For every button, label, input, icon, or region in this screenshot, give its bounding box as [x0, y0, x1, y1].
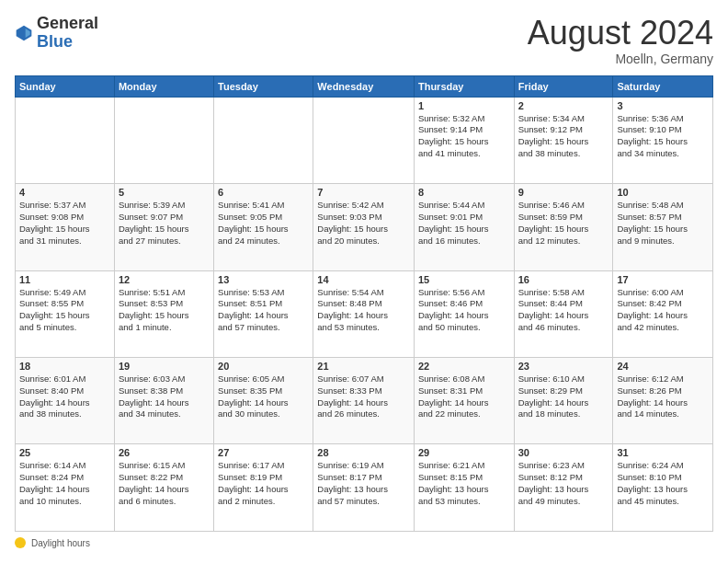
day-number: 15	[418, 274, 510, 285]
day-number: 11	[19, 274, 110, 285]
footer-label: Daylight hours	[31, 538, 90, 548]
header: General Blue August 2024 Moelln, Germany	[15, 15, 713, 66]
calendar-cell	[16, 97, 115, 183]
calendar-cell: 27Sunrise: 6:17 AM Sunset: 8:19 PM Dayli…	[214, 444, 313, 532]
day-number: 6	[218, 187, 309, 198]
calendar-cell: 18Sunrise: 6:01 AM Sunset: 8:40 PM Dayli…	[16, 358, 115, 444]
day-info: Sunrise: 5:41 AM Sunset: 9:05 PM Dayligh…	[218, 200, 309, 247]
day-info: Sunrise: 5:53 AM Sunset: 8:51 PM Dayligh…	[218, 287, 309, 334]
day-info: Sunrise: 6:24 AM Sunset: 8:10 PM Dayligh…	[617, 460, 709, 507]
calendar-cell: 8Sunrise: 5:44 AM Sunset: 9:01 PM Daylig…	[414, 184, 514, 270]
calendar-cell: 11Sunrise: 5:49 AM Sunset: 8:55 PM Dayli…	[16, 270, 115, 357]
day-number: 7	[317, 187, 410, 198]
calendar-row-0: 1Sunrise: 5:32 AM Sunset: 9:14 PM Daylig…	[16, 97, 713, 183]
day-number: 16	[518, 274, 609, 285]
day-info: Sunrise: 6:17 AM Sunset: 8:19 PM Dayligh…	[218, 460, 309, 507]
calendar-cell: 14Sunrise: 5:54 AM Sunset: 8:48 PM Dayli…	[313, 270, 415, 357]
calendar-cell: 20Sunrise: 6:05 AM Sunset: 8:35 PM Dayli…	[214, 358, 313, 444]
day-info: Sunrise: 6:00 AM Sunset: 8:42 PM Dayligh…	[617, 287, 709, 334]
day-info: Sunrise: 5:34 AM Sunset: 9:12 PM Dayligh…	[518, 113, 609, 160]
day-info: Sunrise: 5:36 AM Sunset: 9:10 PM Dayligh…	[617, 113, 709, 160]
calendar-cell: 29Sunrise: 6:21 AM Sunset: 8:15 PM Dayli…	[414, 444, 514, 532]
daylight-icon	[15, 537, 26, 548]
calendar-cell: 3Sunrise: 5:36 AM Sunset: 9:10 PM Daylig…	[613, 97, 713, 183]
weekday-header-wednesday: Wednesday	[313, 75, 415, 97]
day-number: 9	[518, 187, 609, 198]
day-number: 17	[617, 274, 709, 285]
calendar-cell: 5Sunrise: 5:39 AM Sunset: 9:07 PM Daylig…	[114, 184, 213, 270]
calendar-cell: 30Sunrise: 6:23 AM Sunset: 8:12 PM Dayli…	[514, 444, 613, 532]
title-block: August 2024 Moelln, Germany	[528, 15, 713, 66]
day-number: 2	[518, 100, 609, 111]
day-number: 19	[119, 361, 210, 372]
calendar-cell: 26Sunrise: 6:15 AM Sunset: 8:22 PM Dayli…	[114, 444, 213, 532]
calendar-cell: 6Sunrise: 5:41 AM Sunset: 9:05 PM Daylig…	[214, 184, 313, 270]
logo-text: General Blue	[37, 15, 98, 52]
footer: Daylight hours	[15, 537, 713, 548]
day-info: Sunrise: 5:39 AM Sunset: 9:07 PM Dayligh…	[119, 200, 210, 247]
calendar-row-2: 11Sunrise: 5:49 AM Sunset: 8:55 PM Dayli…	[16, 270, 713, 357]
day-info: Sunrise: 6:14 AM Sunset: 8:24 PM Dayligh…	[19, 460, 110, 507]
day-number: 10	[617, 187, 709, 198]
calendar-cell: 7Sunrise: 5:42 AM Sunset: 9:03 PM Daylig…	[313, 184, 415, 270]
day-info: Sunrise: 6:23 AM Sunset: 8:12 PM Dayligh…	[518, 460, 609, 507]
calendar-cell	[313, 97, 415, 183]
day-number: 24	[617, 361, 709, 372]
day-info: Sunrise: 6:08 AM Sunset: 8:31 PM Dayligh…	[418, 373, 510, 420]
calendar-cell: 28Sunrise: 6:19 AM Sunset: 8:17 PM Dayli…	[313, 444, 415, 532]
day-info: Sunrise: 5:58 AM Sunset: 8:44 PM Dayligh…	[518, 287, 609, 334]
day-number: 5	[119, 187, 210, 198]
day-info: Sunrise: 6:03 AM Sunset: 8:38 PM Dayligh…	[119, 373, 210, 420]
calendar-row-3: 18Sunrise: 6:01 AM Sunset: 8:40 PM Dayli…	[16, 358, 713, 444]
calendar-cell: 13Sunrise: 5:53 AM Sunset: 8:51 PM Dayli…	[214, 270, 313, 357]
calendar-cell	[214, 97, 313, 183]
logo-general-text: General	[37, 14, 98, 32]
calendar-cell: 9Sunrise: 5:46 AM Sunset: 8:59 PM Daylig…	[514, 184, 613, 270]
day-number: 13	[218, 274, 309, 285]
calendar-cell: 15Sunrise: 5:56 AM Sunset: 8:46 PM Dayli…	[414, 270, 514, 357]
day-number: 14	[317, 274, 410, 285]
day-number: 20	[218, 361, 309, 372]
calendar-table: SundayMondayTuesdayWednesdayThursdayFrid…	[15, 75, 713, 532]
location: Moelln, Germany	[528, 52, 713, 66]
weekday-header-tuesday: Tuesday	[214, 75, 313, 97]
calendar-cell	[114, 97, 213, 183]
day-number: 12	[119, 274, 210, 285]
day-number: 29	[418, 447, 510, 458]
day-number: 28	[317, 447, 410, 458]
weekday-header-row: SundayMondayTuesdayWednesdayThursdayFrid…	[16, 75, 713, 97]
day-info: Sunrise: 5:46 AM Sunset: 8:59 PM Dayligh…	[518, 200, 609, 247]
calendar-cell: 24Sunrise: 6:12 AM Sunset: 8:26 PM Dayli…	[613, 358, 713, 444]
calendar-cell: 19Sunrise: 6:03 AM Sunset: 8:38 PM Dayli…	[114, 358, 213, 444]
calendar-cell: 25Sunrise: 6:14 AM Sunset: 8:24 PM Dayli…	[16, 444, 115, 532]
day-info: Sunrise: 6:07 AM Sunset: 8:33 PM Dayligh…	[317, 373, 410, 420]
month-title: August 2024	[528, 15, 713, 52]
weekday-header-monday: Monday	[114, 75, 213, 97]
logo-blue-text: Blue	[37, 32, 73, 51]
day-info: Sunrise: 6:21 AM Sunset: 8:15 PM Dayligh…	[418, 460, 510, 507]
calendar-cell: 10Sunrise: 5:48 AM Sunset: 8:57 PM Dayli…	[613, 184, 713, 270]
day-info: Sunrise: 6:10 AM Sunset: 8:29 PM Dayligh…	[518, 373, 609, 420]
day-info: Sunrise: 5:32 AM Sunset: 9:14 PM Dayligh…	[418, 113, 510, 160]
weekday-header-saturday: Saturday	[613, 75, 713, 97]
day-info: Sunrise: 5:42 AM Sunset: 9:03 PM Dayligh…	[317, 200, 410, 247]
day-info: Sunrise: 5:54 AM Sunset: 8:48 PM Dayligh…	[317, 287, 410, 334]
day-info: Sunrise: 5:49 AM Sunset: 8:55 PM Dayligh…	[19, 287, 110, 334]
calendar-cell: 2Sunrise: 5:34 AM Sunset: 9:12 PM Daylig…	[514, 97, 613, 183]
day-number: 25	[19, 447, 110, 458]
day-info: Sunrise: 5:51 AM Sunset: 8:53 PM Dayligh…	[119, 287, 210, 334]
day-number: 26	[119, 447, 210, 458]
day-info: Sunrise: 5:56 AM Sunset: 8:46 PM Dayligh…	[418, 287, 510, 334]
calendar-cell: 21Sunrise: 6:07 AM Sunset: 8:33 PM Dayli…	[313, 358, 415, 444]
calendar-row-1: 4Sunrise: 5:37 AM Sunset: 9:08 PM Daylig…	[16, 184, 713, 270]
day-info: Sunrise: 5:37 AM Sunset: 9:08 PM Dayligh…	[19, 200, 110, 247]
day-info: Sunrise: 6:05 AM Sunset: 8:35 PM Dayligh…	[218, 373, 309, 420]
calendar-cell: 22Sunrise: 6:08 AM Sunset: 8:31 PM Dayli…	[414, 358, 514, 444]
weekday-header-friday: Friday	[514, 75, 613, 97]
day-info: Sunrise: 6:19 AM Sunset: 8:17 PM Dayligh…	[317, 460, 410, 507]
calendar-row-4: 25Sunrise: 6:14 AM Sunset: 8:24 PM Dayli…	[16, 444, 713, 532]
day-info: Sunrise: 6:15 AM Sunset: 8:22 PM Dayligh…	[119, 460, 210, 507]
page: General Blue August 2024 Moelln, Germany…	[0, 0, 728, 563]
day-number: 27	[218, 447, 309, 458]
day-info: Sunrise: 6:01 AM Sunset: 8:40 PM Dayligh…	[19, 373, 110, 420]
